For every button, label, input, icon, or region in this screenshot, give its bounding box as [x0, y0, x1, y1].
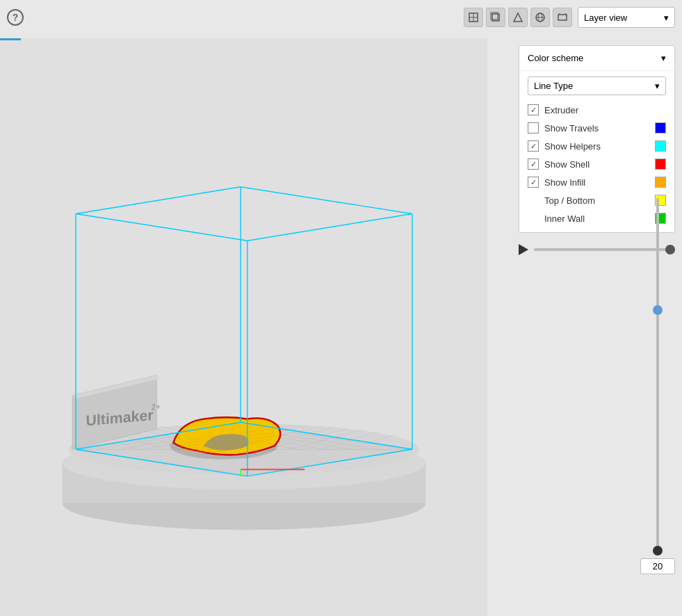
- bed-container: Ultimaker 2+: [42, 140, 446, 557]
- 3d-scene-svg: Ultimaker 2+: [42, 140, 446, 557]
- view-icon-3[interactable]: [508, 8, 528, 27]
- chevron-down-icon: ▾: [664, 13, 669, 23]
- show-shell-label: Show Shell: [544, 159, 649, 170]
- viewport-progress-bar: [0, 38, 21, 40]
- extruder-label: Extruder: [544, 105, 666, 115]
- layer-slider-top-thumb[interactable]: [653, 305, 663, 315]
- svg-rect-9: [558, 15, 567, 20]
- line-type-label: Line Type: [534, 81, 573, 91]
- view-icon-2[interactable]: [486, 8, 505, 27]
- svg-marker-71: [76, 186, 412, 240]
- show-helpers-label: Show Helpers: [544, 141, 649, 152]
- show-shell-checkbox[interactable]: [528, 159, 539, 170]
- show-infill-label: Show Infill: [544, 177, 649, 188]
- inner-wall-label: Inner Wall: [544, 213, 649, 224]
- show-travels-label: Show Travels: [544, 123, 649, 133]
- view-icons-group: [464, 8, 572, 27]
- svg-marker-5: [514, 13, 522, 22]
- view-icon-1[interactable]: [464, 8, 483, 27]
- show-helpers-checkbox[interactable]: [528, 140, 539, 152]
- viewport[interactable]: Ultimaker 2+: [0, 38, 487, 616]
- toolbar: ? Layer view ▾: [0, 7, 682, 28]
- top-bottom-label: Top / Bottom: [544, 195, 649, 206]
- travels-color-swatch: [655, 122, 666, 133]
- shell-color-swatch: [655, 159, 666, 170]
- infill-color-swatch: [655, 177, 666, 188]
- color-scheme-label: Color scheme: [528, 53, 583, 63]
- extruder-row[interactable]: Extruder: [519, 101, 674, 119]
- play-button[interactable]: [519, 244, 528, 255]
- helpers-color-swatch: [655, 140, 666, 152]
- show-helpers-row[interactable]: Show Helpers: [519, 137, 674, 155]
- help-button[interactable]: ?: [7, 9, 24, 26]
- line-type-dropdown[interactable]: Line Type ▾: [528, 76, 666, 95]
- show-travels-row[interactable]: Show Travels: [519, 119, 674, 137]
- show-infill-checkbox[interactable]: [528, 177, 539, 188]
- color-scheme-header[interactable]: Color scheme ▾: [519, 46, 674, 71]
- layer-slider-track[interactable]: [656, 198, 659, 556]
- extruder-checkbox[interactable]: [528, 104, 539, 115]
- view-icon-4[interactable]: [530, 8, 550, 27]
- color-scheme-chevron: ▾: [661, 53, 666, 63]
- view-icon-5[interactable]: [553, 8, 572, 27]
- layer-slider-area: 20: [640, 198, 675, 574]
- show-infill-row[interactable]: Show Infill: [519, 173, 674, 191]
- layer-slider-bottom-thumb[interactable]: [653, 546, 663, 556]
- right-panel: Color scheme ▾ Line Type ▾ Extruder Show…: [512, 38, 682, 616]
- line-type-chevron: ▾: [655, 81, 660, 91]
- view-mode-dropdown[interactable]: Layer view ▾: [578, 7, 675, 28]
- layer-number-input[interactable]: 20: [640, 558, 675, 574]
- show-travels-checkbox[interactable]: [528, 122, 539, 133]
- svg-text:2+: 2+: [151, 401, 160, 411]
- show-shell-row[interactable]: Show Shell: [519, 155, 674, 173]
